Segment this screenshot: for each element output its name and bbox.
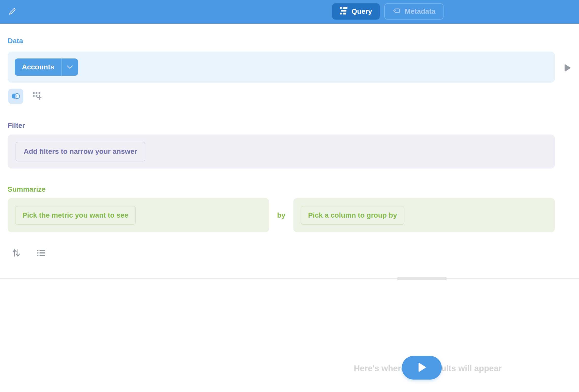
add-grid-icon	[33, 92, 41, 101]
tab-metadata-label: Metadata	[405, 7, 435, 16]
data-row: Accounts	[8, 52, 579, 83]
add-filters-button[interactable]: Add filters to narrow your answer	[16, 142, 145, 161]
pencil-icon	[8, 13, 17, 17]
divider-line	[0, 278, 579, 279]
pick-group-by-button[interactable]: Pick a column to group by	[301, 206, 404, 225]
editor-results-divider	[0, 277, 579, 280]
resize-drag-handle[interactable]	[397, 277, 447, 280]
data-source-button[interactable]: Accounts	[15, 58, 78, 76]
data-step-actions	[8, 89, 579, 104]
list-icon	[37, 250, 45, 257]
notebook-icon	[340, 7, 347, 16]
filter-clause-container: Add filters to narrow your answer	[8, 134, 555, 169]
play-icon	[417, 362, 427, 374]
tab-query[interactable]: Query	[332, 3, 380, 20]
run-query-button[interactable]	[402, 356, 442, 380]
row-limit-step-button[interactable]	[37, 249, 45, 258]
custom-column-button[interactable]	[33, 92, 42, 101]
filter-section-label: Filter	[8, 122, 25, 130]
edit-question-button[interactable]	[8, 7, 17, 16]
summarize-row: Pick the metric you want to see by Pick …	[8, 198, 555, 232]
query-step-actions	[12, 249, 579, 258]
results-area: Here's where your results will appear	[0, 280, 579, 392]
header-bar: Query Metadata	[0, 0, 579, 24]
pick-metric-button[interactable]: Pick the metric you want to see	[15, 206, 136, 225]
sort-arrows-icon	[12, 249, 20, 258]
sort-step-button[interactable]	[12, 249, 20, 258]
chevron-down-icon[interactable]	[62, 58, 78, 76]
preview-step-button[interactable]	[563, 64, 572, 72]
notebook-editor: Data Accounts	[8, 37, 579, 258]
data-clause-container: Accounts	[8, 52, 555, 83]
tab-query-label: Query	[352, 7, 372, 16]
join-circles-icon	[11, 93, 20, 100]
play-icon	[564, 69, 571, 73]
header-tabs: Query Metadata	[332, 3, 444, 20]
query-builder-page: Query Metadata Data Accounts	[0, 0, 579, 392]
group-by-clause-container: Pick a column to group by	[293, 198, 555, 232]
metric-clause-container: Pick the metric you want to see	[8, 198, 269, 232]
data-source-label: Accounts	[15, 58, 62, 76]
tab-metadata[interactable]: Metadata	[384, 3, 444, 20]
join-data-button[interactable]	[8, 89, 23, 104]
data-section-label: Data	[8, 37, 23, 45]
tag-icon	[392, 7, 401, 17]
by-label: by	[269, 211, 293, 219]
summarize-section-label: Summarize	[8, 185, 45, 193]
